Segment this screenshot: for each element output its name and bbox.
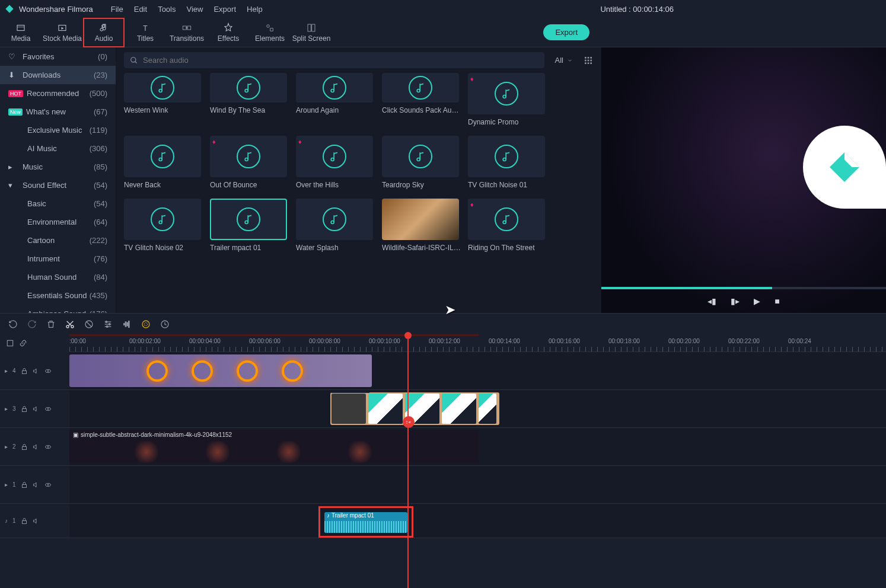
sidebar-item-what-s-new[interactable]: NewWhat's new(67)	[0, 103, 116, 121]
snap-icon[interactable]	[6, 339, 14, 347]
sidebar-item-ai-music[interactable]: AI Music(306)	[0, 139, 116, 158]
audio-item[interactable]: TV Glitch Noise 02	[124, 199, 204, 252]
sidebar-item-downloads[interactable]: ⬇Downloads(23)	[0, 66, 116, 84]
sidebar-item-cartoon[interactable]: Cartoon(222)	[0, 231, 116, 250]
audio-item[interactable]: Trailer mpact 01	[210, 199, 290, 252]
sidebar-item-intrument[interactable]: Intrument(76)	[0, 250, 116, 268]
audio-clip[interactable]: ♪Trailer mpact 01	[324, 512, 407, 533]
preview-viewport[interactable]	[601, 47, 886, 287]
audio-item[interactable]: Never Back	[124, 136, 204, 189]
filter-dropdown[interactable]: All	[550, 56, 578, 65]
mute-icon[interactable]	[33, 443, 40, 450]
grid-view-icon[interactable]	[584, 56, 593, 65]
tab-media[interactable]: Media	[0, 18, 42, 47]
video-clip[interactable]: ▣simple-subtle-abstract-dark-minimalism-…	[69, 430, 479, 463]
speed-button[interactable]	[160, 319, 170, 329]
sidebar-item-basic[interactable]: Basic(54)	[0, 194, 116, 213]
sidebar-item-human-sound[interactable]: Human Sound(84)	[0, 268, 116, 286]
search-box[interactable]	[124, 52, 544, 68]
svg-point-85	[144, 322, 147, 325]
audio-item[interactable]: Wind By The Sea	[210, 73, 290, 126]
svg-rect-20	[590, 59, 592, 61]
export-button[interactable]: Export	[543, 24, 589, 40]
audio-item[interactable]: Teardrop Sky	[382, 136, 462, 189]
delete-button[interactable]	[46, 319, 56, 329]
eye-icon[interactable]	[44, 481, 52, 488]
crop-button[interactable]	[84, 319, 94, 329]
menu-view[interactable]: View	[186, 5, 203, 14]
menu-export[interactable]: Export	[213, 5, 236, 14]
stop-button[interactable]: ■	[775, 296, 779, 306]
track-content[interactable]	[69, 352, 886, 389]
sidebar-item-exclusive-music[interactable]: Exclusive Music(119)	[0, 121, 116, 139]
audio-item[interactable]: Wildlife-Safari-ISRC-IL-66...	[382, 199, 462, 252]
video-clip[interactable]: 1200x630bb	[330, 392, 499, 425]
playhead[interactable]	[407, 334, 409, 588]
audio-item[interactable]: Western Wink	[124, 73, 204, 126]
svg-line-29	[248, 84, 251, 85]
sidebar-item-ambience-sound[interactable]: Ambience Sound(176)	[0, 305, 116, 313]
audio-item[interactable]: Water Splash	[296, 199, 376, 252]
sidebar-item-sound-effect[interactable]: ▾Sound Effect(54)	[0, 176, 116, 194]
tab-transitions[interactable]: Transitions	[166, 18, 208, 47]
link-icon[interactable]	[19, 339, 27, 347]
mute-icon[interactable]	[33, 517, 40, 525]
audio-item[interactable]: TV Glitch Noise 01	[468, 136, 548, 189]
color-button[interactable]	[141, 319, 151, 329]
track-type-icon: ▸	[5, 405, 8, 412]
menu-tools[interactable]: Tools	[158, 5, 176, 14]
audio-item[interactable]: Click Sounds Pack Audio...	[382, 73, 462, 126]
svg-rect-19	[588, 59, 589, 61]
svg-marker-93	[33, 407, 36, 411]
svg-line-53	[506, 152, 509, 154]
sidebar-item-music[interactable]: ▸Music(85)	[0, 158, 116, 176]
redo-button[interactable]	[27, 319, 37, 329]
cut-button[interactable]	[65, 319, 75, 329]
tab-audio[interactable]: Audio	[83, 18, 125, 47]
eye-icon[interactable]	[44, 405, 52, 413]
track-content[interactable]: 1200x630bb ✂	[69, 390, 886, 427]
audio-item[interactable]: ♦Riding On The Street	[468, 199, 548, 252]
mute-icon[interactable]	[33, 368, 40, 375]
tab-split-screen[interactable]: Split Screen	[291, 18, 332, 47]
timeline-ruler[interactable]: :00:0000:00:02:0000:00:04:0000:00:06:000…	[69, 334, 886, 352]
search-input[interactable]	[143, 56, 538, 65]
lock-icon[interactable]	[21, 481, 28, 488]
eye-icon[interactable]	[44, 443, 52, 450]
sidebar-item-recommended[interactable]: HOTRecommended(500)	[0, 84, 116, 103]
preview-progress[interactable]	[601, 287, 886, 289]
eye-icon[interactable]	[44, 368, 52, 375]
sidebar-item-essentials-sound[interactable]: Essentials Sound(435)	[0, 286, 116, 305]
audio-item[interactable]: ♦Over the Hills	[296, 136, 376, 189]
lock-icon[interactable]	[21, 517, 28, 525]
track-content[interactable]: ▣simple-subtle-abstract-dark-minimalism-…	[69, 428, 886, 465]
svg-point-91	[47, 370, 49, 372]
video-clip[interactable]	[69, 354, 372, 387]
audio-tool-button[interactable]	[122, 319, 132, 329]
tab-titles[interactable]: TTitles	[125, 18, 166, 47]
mute-icon[interactable]	[33, 405, 40, 413]
audio-item[interactable]: ♦Out Of Bounce	[210, 136, 290, 189]
prev-frame-button[interactable]: ◂▮	[707, 296, 716, 306]
tab-elements[interactable]: Elements	[249, 18, 291, 47]
adjust-button[interactable]	[103, 319, 113, 329]
audio-item[interactable]: Around Again	[296, 73, 376, 126]
mute-icon[interactable]	[33, 481, 40, 488]
sidebar-item-favorites[interactable]: ♡Favorites(0)	[0, 47, 116, 66]
undo-button[interactable]	[8, 319, 18, 329]
play-button[interactable]: ▶	[754, 296, 760, 306]
sidebar-item-environmental[interactable]: Environmental(64)	[0, 213, 116, 231]
next-frame-button[interactable]: ▮▸	[731, 296, 740, 306]
audio-item[interactable]: ♦Dynamic Promo	[468, 73, 548, 126]
menu-edit[interactable]: Edit	[134, 5, 147, 14]
tab-effects[interactable]: Effects	[208, 18, 249, 47]
lock-icon[interactable]	[21, 443, 28, 450]
tab-stock-media[interactable]: Stock Media	[42, 18, 83, 47]
split-marker[interactable]: ✂	[403, 416, 415, 428]
track-content[interactable]	[69, 466, 886, 503]
track-content[interactable]: ♪Trailer mpact 01	[69, 504, 886, 538]
menu-help[interactable]: Help	[247, 5, 263, 14]
lock-icon[interactable]	[21, 368, 28, 375]
lock-icon[interactable]	[21, 405, 28, 413]
menu-file[interactable]: File	[111, 5, 123, 14]
